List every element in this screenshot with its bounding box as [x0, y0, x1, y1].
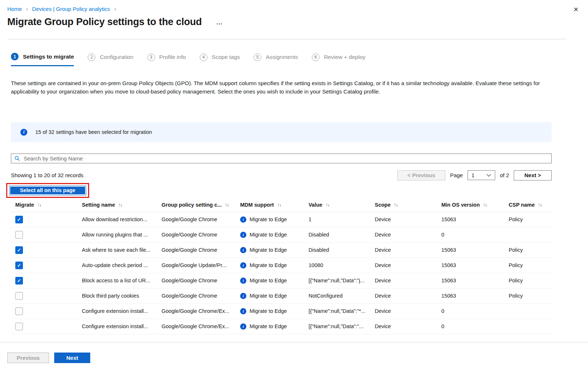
- column-header-label: Setting name: [82, 202, 115, 208]
- column-header-setting-name[interactable]: Setting name↑↓: [82, 202, 162, 208]
- wizard-step-scope-tags[interactable]: 4Scope tags: [200, 53, 240, 66]
- value-cell: NotConfigured: [309, 293, 375, 299]
- step-number-badge: 6: [312, 53, 319, 61]
- group-policy-setting-cell: Google/Google Chrome: [162, 278, 240, 283]
- mdm-support-cell: iMigrate to Edge: [240, 216, 309, 223]
- annotation-highlight-box: Select all on this page: [6, 183, 89, 198]
- setting-name-cell: Ask where to save each file...: [82, 247, 162, 253]
- records-summary: Showing 1 to 20 of 32 records: [11, 172, 83, 178]
- min-os-version-cell: 0: [441, 308, 509, 314]
- migrate-checkbox[interactable]: ✓: [15, 246, 23, 254]
- column-header-migrate[interactable]: Migrate↑↓: [15, 202, 82, 208]
- min-os-version-cell: 0: [441, 323, 509, 329]
- group-policy-setting-cell: Google/Google Chrome: [162, 247, 240, 253]
- column-header-label: CSP name: [509, 202, 535, 208]
- sort-icon: ↑↓: [37, 202, 41, 207]
- more-menu-icon[interactable]: ...: [214, 19, 225, 28]
- select-all-button[interactable]: Select all on this page: [9, 186, 86, 195]
- value-cell: [{"Name":null,"Data":"j...: [309, 278, 375, 283]
- sort-icon: ↑↓: [394, 202, 398, 207]
- breadcrumb: Home › Devices | Group Policy analytics …: [7, 6, 119, 12]
- next-step-button[interactable]: Next: [54, 353, 90, 363]
- setting-name-cell: Configure extension install...: [82, 323, 162, 329]
- migrate-checkbox[interactable]: ✓: [15, 277, 23, 285]
- csp-name-cell: Policy: [509, 247, 552, 253]
- page-label: Page: [450, 172, 463, 178]
- migrate-checkbox[interactable]: ✓: [15, 216, 23, 223]
- column-header-scope[interactable]: Scope↑↓: [375, 202, 441, 208]
- wizard-step-configuration[interactable]: 2Configuration: [88, 53, 133, 66]
- step-label: Configuration: [100, 54, 133, 60]
- title-divider: [7, 39, 567, 39]
- migrate-checkbox[interactable]: [15, 292, 23, 300]
- column-header-min-os-version[interactable]: Min OS version↑↓: [441, 202, 509, 208]
- migrate-checkbox[interactable]: [15, 231, 23, 239]
- wizard-step-assignments[interactable]: 5Assignments: [254, 53, 298, 66]
- value-cell: [{"Name":null,"Data":"...: [309, 323, 375, 329]
- migrate-cell: ✓: [15, 277, 82, 285]
- table-header: Migrate↑↓Setting name↑↓Group policy sett…: [11, 198, 552, 212]
- wizard-step-profile-info[interactable]: 3Profile info: [147, 53, 186, 66]
- column-header-mdm-support[interactable]: MDM support↑↓: [240, 202, 309, 208]
- step-number-badge: 5: [254, 53, 261, 61]
- scope-cell: Device: [375, 308, 441, 314]
- min-os-version-cell: 15063: [441, 262, 509, 268]
- mdm-support-cell: iMigrate to Edge: [240, 293, 309, 299]
- description-text: These settings are contained in your on-…: [11, 79, 552, 96]
- value-cell: 1: [309, 216, 375, 222]
- group-policy-setting-cell: Google/Google Chrome/Ex...: [162, 323, 240, 329]
- mdm-support-label: Migrate to Edge: [250, 278, 287, 283]
- table-row: ✓Auto-update check period ...Google/Goog…: [11, 258, 552, 273]
- mdm-support-label: Migrate to Edge: [250, 216, 287, 222]
- mdm-support-label: Migrate to Edge: [250, 232, 287, 238]
- column-header-label: Scope: [375, 202, 391, 208]
- info-icon: i: [240, 323, 246, 330]
- sort-icon: ↑↓: [483, 202, 487, 207]
- top-bar: Home › Devices | Group Policy analytics …: [0, 0, 588, 13]
- migrate-checkbox[interactable]: ✓: [15, 262, 23, 269]
- step-label: Profile info: [159, 54, 186, 60]
- column-header-csp-name[interactable]: CSP name↑↓: [509, 202, 552, 208]
- step-number-badge: 1: [11, 53, 19, 60]
- wizard-step-settings-to-migrate[interactable]: 1Settings to migrate: [11, 53, 74, 66]
- page-select-dropdown[interactable]: 1: [468, 170, 495, 180]
- breadcrumb-home-link[interactable]: Home: [7, 6, 22, 12]
- column-header-label: Group policy setting c...: [162, 202, 222, 208]
- value-cell: Disabled: [309, 232, 375, 238]
- table-row: Allow running plugins that ...Google/Goo…: [11, 227, 552, 243]
- setting-name-cell: Block access to a list of UR...: [82, 278, 162, 283]
- info-icon: i: [240, 262, 246, 268]
- mdm-support-label: Migrate to Edge: [250, 323, 287, 329]
- table-row: Block third party cookiesGoogle/Google C…: [11, 289, 552, 304]
- column-header-group-policy-setting-c[interactable]: Group policy setting c...↑↓: [162, 202, 240, 208]
- group-policy-setting-cell: Google/Google Chrome/Ex...: [162, 308, 240, 314]
- column-header-label: Min OS version: [441, 202, 480, 208]
- next-page-button[interactable]: Next >: [514, 170, 552, 180]
- wizard-step-review-deploy[interactable]: 6Review + deploy: [312, 53, 365, 66]
- breadcrumb-devices-link[interactable]: Devices | Group Policy analytics: [32, 6, 110, 12]
- column-header-value[interactable]: Value↑↓: [309, 202, 375, 208]
- csp-name-cell: Policy: [509, 278, 552, 283]
- info-icon: i: [240, 308, 246, 314]
- step-label: Assignments: [266, 54, 298, 60]
- sort-icon: ↑↓: [277, 202, 281, 207]
- migrate-cell: ✓: [15, 216, 82, 223]
- column-header-label: Value: [309, 202, 322, 208]
- table-row: Configure extension install...Google/Goo…: [11, 304, 552, 319]
- page-title: Migrate Group Policy settings to the clo…: [7, 16, 202, 28]
- migrate-checkbox[interactable]: [15, 307, 23, 315]
- close-icon[interactable]: ✕: [572, 6, 580, 13]
- mdm-support-cell: iMigrate to Edge: [240, 247, 309, 253]
- table-row: Configure extension install...Google/Goo…: [11, 319, 552, 334]
- banner-text: 15 of 32 settings have been selected for…: [35, 129, 152, 135]
- csp-name-cell: Policy: [509, 262, 552, 268]
- migrate-checkbox[interactable]: [15, 323, 23, 330]
- value-cell: [{"Name":null,"Data":"*...: [309, 308, 375, 314]
- previous-page-button[interactable]: < Previous: [397, 170, 445, 180]
- mdm-support-cell: iMigrate to Edge: [240, 323, 309, 330]
- step-number-badge: 2: [88, 53, 95, 61]
- scope-cell: Device: [375, 293, 441, 299]
- setting-name-cell: Configure extension install...: [82, 308, 162, 314]
- previous-step-button[interactable]: Previous: [7, 353, 49, 363]
- search-input[interactable]: [23, 155, 548, 162]
